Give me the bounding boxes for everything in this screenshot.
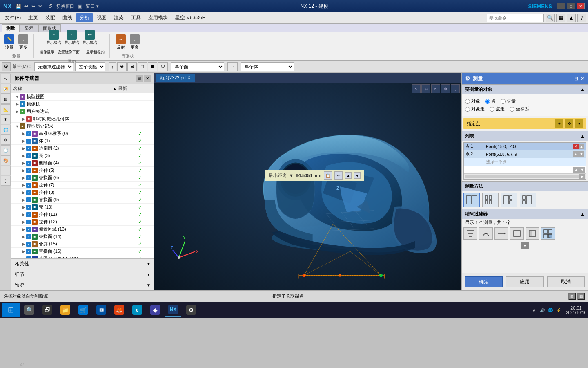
tree-item[interactable]: ▶✓■草图 (17) "SKETCH_...✓	[11, 255, 154, 258]
meas-scroll-up-btn[interactable]: ▲	[345, 172, 352, 179]
cut-btn[interactable]: ✂	[37, 3, 43, 9]
meas-copy-btn[interactable]: 📋	[324, 171, 332, 180]
tree-item[interactable]: ▼■模型历史记录	[11, 123, 154, 130]
tree-item[interactable]: ▶■用户表达式	[11, 108, 154, 115]
vp-rotate-tool[interactable]: ↻	[431, 84, 440, 93]
tree-item[interactable]: ▶✓■拉伸 (5)✓	[11, 167, 154, 174]
tray-volume-icon[interactable]: 🔊	[539, 307, 546, 313]
expand-filter-btn[interactable]: ▼	[521, 242, 529, 249]
close-btn[interactable]: ✕	[577, 3, 585, 9]
filter-icon-4[interactable]	[526, 227, 539, 240]
cylinder-btn[interactable]: ⬡	[158, 62, 168, 71]
mirror-display-btn[interactable]: 镜像显示	[39, 49, 55, 56]
meas-scroll-down-btn[interactable]: ▼	[354, 172, 361, 179]
tree-item[interactable]: ▶✓■基准坐标系 (0)✓	[11, 130, 154, 137]
filter-section-header[interactable]: 结果过滤器 ▲	[462, 209, 588, 219]
ribbon-tab-measure[interactable]: 测量	[2, 24, 20, 32]
ribbon-tab-display[interactable]: 显示	[20, 24, 38, 32]
point2-scroll-down-btn[interactable]: ▼	[579, 151, 584, 157]
taskbar-app7[interactable]: ◆	[147, 303, 163, 317]
tab-close-icon[interactable]: ✕	[187, 76, 191, 80]
menu-apps[interactable]: 应用模块	[145, 13, 171, 22]
method-btn-1[interactable]	[482, 193, 499, 207]
viewport-canvas[interactable]: Z 最小距离 ▼ 84.5054 mm 📋 ✏ ▲ ▼	[154, 83, 461, 290]
tool-view2[interactable]: 👁	[1, 114, 11, 124]
status-icon-0[interactable]: ⊞	[568, 293, 576, 300]
help-btn[interactable]: ?	[577, 14, 586, 22]
tree-item[interactable]: ▶✓■壳 (10)✓	[11, 204, 154, 211]
section-relevance[interactable]: 相关性 ▼	[11, 258, 154, 269]
radio-vector[interactable]: 矢量	[501, 98, 516, 104]
tray-expand-icon[interactable]: ∧	[531, 307, 537, 313]
tree-item[interactable]: ▶✓■拉伸 (12)✓	[11, 218, 154, 226]
vp-select-tool[interactable]: ↖	[412, 84, 421, 93]
meas-dropdown-icon[interactable]: ▼	[289, 173, 294, 178]
settings-btn[interactable]: ⚙	[2, 62, 11, 71]
tool-color[interactable]: 🎨	[1, 155, 11, 165]
taskbar-explorer[interactable]: 📁	[57, 303, 74, 317]
menu-view[interactable]: 视图	[94, 13, 110, 22]
snap-btn[interactable]: ↕	[109, 62, 117, 71]
tool-history[interactable]: 🕐	[1, 145, 11, 155]
tool-measure2[interactable]: 📐	[1, 104, 11, 114]
taskbar-search[interactable]: 🔍	[21, 303, 38, 317]
vp-pan-tool[interactable]: ✥	[441, 84, 450, 93]
tree-item[interactable]: ▶✓■壳 (3)✓	[11, 152, 154, 159]
vp-more-tool[interactable]: ⋮	[451, 84, 460, 93]
window2-btn[interactable]: ▣	[77, 3, 83, 9]
taskbar-store[interactable]: 🛒	[75, 303, 91, 317]
assembly-filter[interactable]: 整个装配	[75, 62, 105, 71]
tool-layer[interactable]: ⊞	[1, 94, 11, 104]
meas-panel-close[interactable]: ✕	[581, 76, 585, 81]
scrollbar-track[interactable]	[465, 175, 579, 178]
point-plus-btn[interactable]: +	[555, 119, 564, 128]
show-rough-btn[interactable]: 显示粗糙的	[85, 49, 105, 56]
tree-item[interactable]: ▼■模型视图	[11, 93, 154, 101]
taskbar-settings[interactable]: ⚙	[183, 303, 199, 317]
list-row-point2[interactable]: 点 2 Point(63.8, 6.7, 9 ▲ ▼	[464, 150, 586, 158]
set-mirror-plane-btn[interactable]: 设置镜像平面...	[57, 49, 84, 56]
point2-scroll-up-btn[interactable]: ▲	[573, 151, 579, 157]
tool-select[interactable]: ↖	[1, 74, 11, 83]
filter-icon-0[interactable]	[463, 227, 477, 240]
taskbar-nx[interactable]: NX	[165, 303, 181, 317]
tree-item[interactable]: ▶✓■替换面 (14)✓	[11, 233, 154, 240]
panel-expand-btn[interactable]: ⊟	[136, 75, 143, 82]
tool-network[interactable]: 🌐	[1, 125, 11, 135]
tool-navigate[interactable]: 🧭	[1, 84, 11, 94]
filter-icon-2[interactable]	[494, 227, 508, 240]
selection-filter[interactable]: 无选择过滤器	[34, 62, 74, 71]
measure-btn[interactable]: 📏 测量	[3, 34, 16, 51]
show-poles-btn[interactable]: ◦ 显示极点	[46, 29, 62, 46]
tree-item[interactable]: ▶✓■替换面 (9)✓	[11, 196, 154, 204]
radio-point-input[interactable]	[485, 99, 490, 104]
filter-icon-1[interactable]	[479, 227, 493, 240]
list-row-point1[interactable]: 点 1 Point(-15.0, -20.0 ✕ ▲	[464, 143, 586, 150]
radio-pointset-input[interactable]	[490, 107, 494, 112]
point-down-btn[interactable]: ▾	[575, 119, 583, 128]
radio-cs[interactable]: 坐标系	[510, 106, 529, 112]
measure-more-btn[interactable]: ⋮ 更多	[17, 34, 29, 51]
tree-item[interactable]: ▶✓■合并 (15)✓	[11, 240, 154, 248]
tree-item[interactable]: ▶✓■替换面 (16)✓	[11, 248, 154, 255]
window-btn[interactable]: 🗗	[47, 3, 54, 9]
section-detail[interactable]: 细节 ▼	[11, 269, 154, 280]
layout-btn[interactable]: ▦	[556, 14, 565, 22]
menu-starfield[interactable]: 星空 V6.936F	[172, 13, 208, 22]
viewport-tab-main[interactable]: 练习2322.prt ✕	[156, 74, 195, 82]
move-btn[interactable]: ⊕	[117, 62, 127, 71]
surface-filter[interactable]: 单个面	[171, 62, 224, 71]
status-icon-1[interactable]: ▦	[577, 293, 585, 300]
radio-cs-input[interactable]	[510, 107, 514, 112]
reflect-btn[interactable]: ↔ 反射	[115, 34, 127, 51]
list-section-header[interactable]: 列表 ▲	[462, 131, 588, 141]
tray-network-icon[interactable]: 🌐	[547, 307, 554, 313]
tool-feature[interactable]: ⬡	[1, 176, 11, 186]
menu-curve[interactable]: 曲线	[59, 13, 76, 22]
radio-set-input[interactable]	[465, 107, 470, 112]
tree-item[interactable]: ▶■非时间戳记几何体	[11, 115, 154, 123]
menu-analysis[interactable]: 分析	[76, 13, 93, 22]
search-input[interactable]	[487, 14, 544, 22]
clock[interactable]: 20:01 2021/10/16	[566, 305, 586, 315]
taskbar-firefox[interactable]: 🦊	[111, 303, 127, 317]
